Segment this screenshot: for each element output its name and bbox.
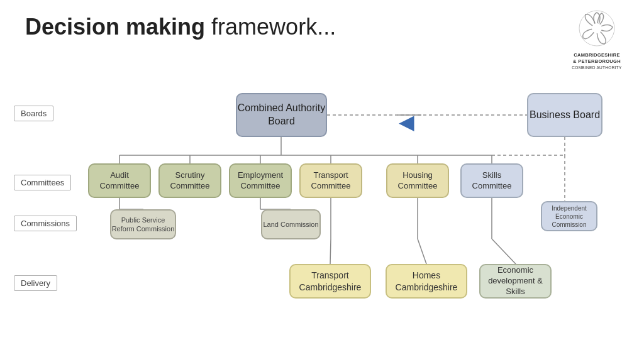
node-transport-cambridgeshire: Transport Cambridgeshire <box>289 264 371 299</box>
svg-line-26 <box>492 239 516 264</box>
node-skills-committee: Skills Committee <box>460 163 523 198</box>
page-title: Decision making framework... <box>25 14 336 40</box>
label-committees: Committees <box>14 175 71 190</box>
node-combined-authority-board: Combined Authority Board <box>236 93 327 137</box>
node-scrutiny-committee: Scrutiny Committee <box>158 163 221 198</box>
node-land-commission: Land Commission <box>261 209 321 239</box>
node-employment-committee: Employment Committee <box>229 163 292 198</box>
node-homes-cambridgeshire: Homes Cambridgeshire <box>386 264 467 299</box>
node-audit-committee: Audit Committee <box>88 163 151 198</box>
svg-line-24 <box>418 239 426 264</box>
node-independent-economic-commission: Independent Economic Commission <box>541 201 597 231</box>
label-delivery: Delivery <box>14 275 57 291</box>
node-public-service-reform-commission: Public Service Reform Commission <box>110 209 176 239</box>
node-transport-committee: Transport Committee <box>299 163 362 198</box>
label-commissions: Commissions <box>14 216 77 231</box>
svg-line-22 <box>330 239 331 264</box>
label-boards: Boards <box>14 106 53 121</box>
logo: CAMBRIDGESHIRE& PETERBOROUGHCombined Aut… <box>562 9 631 70</box>
node-economic-development-skills: Economic development & Skills <box>479 264 552 299</box>
node-business-board: Business Board <box>527 93 602 137</box>
logo-icon <box>578 9 616 47</box>
node-housing-committee: Housing Committee <box>386 163 449 198</box>
arrow-to-cab: ◀ <box>399 110 414 134</box>
svg-point-1 <box>592 23 602 33</box>
